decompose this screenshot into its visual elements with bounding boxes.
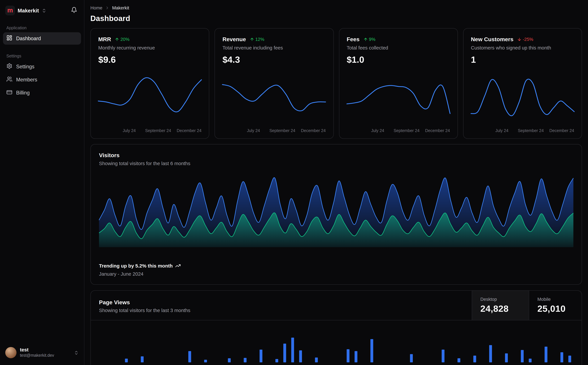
chart-x-axis: July 24September 24December 24 — [98, 128, 201, 134]
chevrons-up-down-icon — [74, 350, 79, 355]
sparkline-chart — [471, 71, 574, 126]
visitors-date-range: January - June 2024 — [99, 271, 574, 277]
sparkline-chart — [347, 71, 450, 126]
sparkline-chart — [222, 71, 326, 126]
credit-card-icon — [7, 89, 12, 97]
stat-value: $1.0 — [347, 54, 450, 65]
users-icon — [7, 76, 12, 83]
breadcrumb-home[interactable]: Home — [90, 5, 102, 11]
arrow-down-icon — [517, 37, 522, 41]
stat-subtitle: Monthly recurring revenue — [98, 45, 201, 51]
sidebar-header: m Makerkit — [3, 5, 81, 17]
sidebar-item-label: Dashboard — [16, 35, 41, 41]
page-views-title: Page Views — [99, 299, 463, 305]
dashboard-icon — [7, 35, 12, 42]
page-views-subtitle: Showing total visitors for the last 3 mo… — [99, 308, 463, 313]
stat-card-revenue: Revenue 12% Total revenue including fees… — [214, 28, 333, 139]
visitors-area-chart — [99, 175, 574, 247]
visitors-card: Visitors Showing total visitors for the … — [90, 144, 582, 285]
makerkit-logo: m — [5, 6, 15, 15]
trending-up-icon — [175, 263, 181, 268]
trend-badge: 12% — [249, 36, 264, 42]
page-views-bar-chart — [91, 320, 582, 362]
arrow-up-icon — [115, 37, 119, 41]
sidebar-item-label: Members — [16, 77, 37, 83]
sidebar-item-billing[interactable]: Billing — [3, 87, 81, 99]
trend-badge: -25% — [517, 36, 533, 42]
stat-title: Fees — [347, 36, 360, 42]
stat-value: $9.6 — [98, 54, 201, 65]
stat-subtitle: Total revenue including fees — [222, 45, 326, 51]
sidebar-item-label: Settings — [16, 64, 35, 69]
stat-title: Revenue — [222, 36, 246, 42]
chevron-right-icon — [105, 6, 110, 10]
section-label-application: Application — [3, 24, 81, 31]
breadcrumb-makerkit[interactable]: Makerkit — [112, 5, 129, 11]
section-label-settings: Settings — [3, 52, 81, 60]
trend-badge: 20% — [115, 36, 129, 42]
stat-card-row: MRR 20% Monthly recurring revenue $9.6 J… — [90, 28, 582, 139]
stat-value: 1 — [471, 54, 574, 65]
user-avatar — [5, 347, 17, 358]
page-views-toggle-mobile[interactable]: Mobile 25,010 — [529, 291, 582, 320]
stat-subtitle: Total fees collected — [347, 45, 450, 51]
sidebar-item-members[interactable]: Members — [3, 73, 81, 86]
page-views-card: Page Views Showing total visitors for th… — [90, 290, 582, 365]
chart-x-axis: July 24September 24December 24 — [471, 128, 574, 134]
notifications-button[interactable] — [69, 5, 79, 16]
arrow-up-icon — [249, 37, 254, 41]
stat-value: $4.3 — [222, 54, 326, 65]
stat-card-fees: Fees 9% Total fees collected $1.0 July 2… — [339, 28, 458, 139]
sparkline-chart — [98, 71, 201, 126]
breadcrumb: Home Makerkit — [90, 5, 582, 11]
visitors-subtitle: Showing total visitors for the last 6 mo… — [99, 161, 574, 166]
chart-x-axis: July 24September 24December 24 — [347, 128, 450, 134]
gear-icon — [7, 63, 12, 70]
user-menu[interactable]: test test@makerkit.dev — [3, 345, 81, 360]
sidebar-item-settings[interactable]: Settings — [3, 60, 81, 73]
user-name: test — [20, 347, 54, 353]
sidebar-item-label: Billing — [16, 90, 30, 96]
app-root: m Makerkit Application Dashboard Setting… — [0, 0, 588, 365]
main-content: Home Makerkit Dashboard MRR 20% Monthly … — [84, 0, 588, 365]
chart-x-axis: July 24September 24December 24 — [222, 128, 326, 134]
stat-card-mrr: MRR 20% Monthly recurring revenue $9.6 J… — [90, 28, 209, 139]
bell-icon — [71, 7, 77, 14]
sidebar: m Makerkit Application Dashboard Setting… — [0, 0, 84, 365]
stat-card-new-customers: New Customers -25% Customers who signed … — [463, 28, 582, 139]
trend-badge: 9% — [363, 36, 375, 42]
stat-title: MRR — [98, 36, 111, 42]
page-views-toggle-desktop[interactable]: Desktop 24,828 — [472, 291, 529, 320]
user-email: test@makerkit.dev — [20, 353, 54, 358]
logo-letter: m — [7, 7, 13, 14]
visitors-title: Visitors — [99, 152, 574, 158]
arrow-up-icon — [363, 37, 368, 41]
workspace-name[interactable]: Makerkit — [18, 7, 39, 14]
visitors-footer: Trending up by 5.2% this month January -… — [99, 263, 574, 277]
stat-title: New Customers — [471, 36, 513, 42]
page-title: Dashboard — [90, 14, 582, 23]
visitors-trend-text: Trending up by 5.2% this month — [99, 263, 173, 268]
page-views-header: Page Views Showing total visitors for th… — [91, 291, 582, 320]
sidebar-item-dashboard[interactable]: Dashboard — [3, 32, 81, 45]
stat-subtitle: Customers who signed up this month — [471, 45, 574, 51]
chevrons-up-down-icon[interactable] — [42, 8, 46, 13]
